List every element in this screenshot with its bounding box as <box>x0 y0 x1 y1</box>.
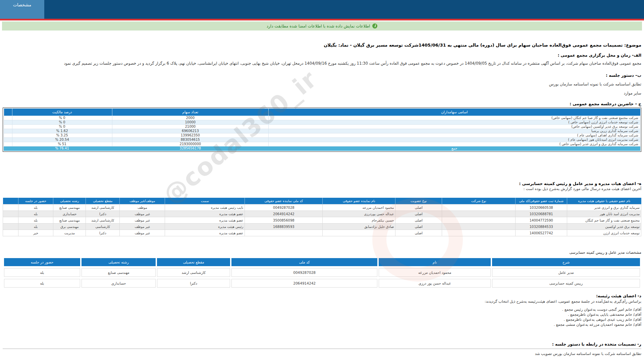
table-cell: کارشناسی ارشد <box>86 217 120 224</box>
table-cell: شرکت سرمایه گذاری اهداف (سهامی عام ) <box>269 133 640 137</box>
col-attendance: حضور در جلسه <box>18 198 53 204</box>
table-cell <box>4 137 12 142</box>
col-education-level: مقطع تحصیلی <box>86 198 120 204</box>
table-cell: مدیریت انرژی امید تابان هور <box>567 211 641 217</box>
table-cell <box>442 217 516 224</box>
table-cell: کارشناسی <box>86 224 120 230</box>
table-cell: محمود احمدیان مزرعه <box>323 204 395 211</box>
table-cell: حسابداری <box>53 211 86 217</box>
table-cell: توسعه خدمات انرژی ارژن <box>567 230 641 236</box>
table-cell: 0049287028 <box>245 204 323 211</box>
col-shareholder-names: اسامی سهامداران <box>269 109 640 116</box>
table-cell: مهندسی برق <box>53 224 86 230</box>
table-cell: 3285656178 <box>112 146 269 150</box>
table-cell: بله <box>18 211 53 217</box>
table-cell <box>4 146 12 150</box>
col-representative-id: کد ملی نماینده عضو حقوقی <box>245 198 323 204</box>
table-cell: مدیر عامل <box>492 268 640 277</box>
table-cell: 883054615 <box>112 137 269 142</box>
table-cell: موظف <box>120 204 165 211</box>
table-cell: اصلی <box>395 204 442 211</box>
col-share-count: تعداد سهام <box>112 109 269 116</box>
col-education-field: رشته تحصیلی <box>82 258 156 266</box>
table-cell: بله <box>18 204 53 211</box>
table-row: شرکت سرمایه گذاری برق و انرژی غدیر (سهام… <box>4 142 640 146</box>
table-cell: غیر موظف <box>120 224 165 230</box>
signature-match-banner: i اطلاعات نمایش داده شده با اطلاعات امضا… <box>2 21 642 31</box>
report-content: موضوع: تصمیمات مجمع عمومی فوق‌العاده صاح… <box>0 43 644 356</box>
table-cell: 10320660538 <box>516 204 567 211</box>
managers-table-header: شرح نام کد ملی مقطع تحصیلی رشته تحصیلی ح… <box>4 258 640 266</box>
managers-table: شرح نام کد ملی مقطع تحصیلی رشته تحصیلی ح… <box>3 256 641 290</box>
col-education-field: رشته تحصیلی <box>53 198 86 204</box>
section-r-title: ر- تصمیمات متخذه در رابطه با دستور جلسه … <box>3 342 641 347</box>
table-cell: سرمایه گذاری برق و انرژی غدیر <box>567 204 641 211</box>
table-cell <box>4 129 12 133</box>
table-cell: مهندسی صنایع <box>82 268 156 277</box>
table-cell <box>3 230 18 236</box>
table-cell: محمود احمدیان مزرعه <box>379 268 491 277</box>
table-cell: 2064914242 <box>245 211 323 217</box>
table-cell: غیر موظف <box>120 211 165 217</box>
table-cell: توسعه برق غدیر اوکسین <box>567 224 641 230</box>
table-row: مدیر عاملمحمود احمدیان مزرعه0049287028کا… <box>4 268 640 277</box>
agenda-item: تطابق اساسنامه شرکت با نمونه اساسنامه سا… <box>3 82 641 86</box>
managers-table-title: مشخصات مدیر عامل و رییس کمیته حسابرسی <box>3 250 641 255</box>
agenda-item: سایر موارد <box>3 91 641 96</box>
col-attendance: حضور در جلسه <box>4 258 80 266</box>
table-cell <box>442 204 516 211</box>
table-cell: حسابداری <box>82 279 156 288</box>
table-cell: مهندسی صنایع <box>53 217 86 224</box>
table-cell <box>323 230 395 236</box>
table-cell: 20.54 % <box>12 137 112 142</box>
table-cell <box>3 224 18 230</box>
table-cell: 10320884533 <box>516 224 567 230</box>
section-r-body: تطابق اساسنامه شرکت با نمونه اساسنامه سا… <box>3 352 641 356</box>
table-cell: جمع <box>269 146 640 150</box>
table-cell: صادق خلیل نژادسابق <box>323 224 395 230</box>
table-cell <box>3 217 18 224</box>
table-cell: 69606213 <box>112 129 269 133</box>
table-cell: 76.41 % <box>12 146 112 150</box>
table-cell: شرکت مدیریت انرژی امیدتابان هور (سهامی ع… <box>269 137 640 142</box>
table-cell: رئیس هیئت مدیره <box>165 224 245 230</box>
table-row: مدیریت انرژی امید تابان هور10320688781اص… <box>3 211 641 217</box>
col-description: شرح <box>492 258 640 266</box>
presidium-member: آقای/ خانم محمود احمدیان مزرعه به‌عنوان … <box>3 322 641 327</box>
table-row: شرکت توسعه خدمات انرژی ارژن (سهامی خاص )… <box>4 120 640 124</box>
table-cell <box>4 142 12 146</box>
table-cell: 2064914242 <box>231 279 377 288</box>
table-cell: 0 % <box>12 116 112 120</box>
col-empty <box>4 109 12 116</box>
table-row: توسعه خدمات انرژی ارژن14006527742اصلیعضو… <box>3 230 641 236</box>
table-cell: کارشناسی ارشد <box>157 268 230 277</box>
table-cell <box>4 124 12 129</box>
table-row: شرکت سرمایه گذاری اهداف (سهامی عام )1399… <box>4 133 640 137</box>
col-national-id: کد ملی <box>231 258 377 266</box>
table-cell <box>4 120 12 124</box>
table-cell: عضو هیئت مدیره <box>165 217 245 224</box>
table-cell: 14006527742 <box>516 230 567 236</box>
col-registration-id: شمارهٔ ثبت عضو حقوقی/کد ملی <box>516 198 567 204</box>
shareholders-table-header: اسامی سهامداران تعداد سهام درصد مالکیت <box>4 109 640 116</box>
table-cell: بله <box>18 224 53 230</box>
table-cell: نایب رئیس هیئت مدیره <box>165 204 245 211</box>
table-cell: 0 % <box>12 120 112 124</box>
tab-specifications[interactable]: مشخصات <box>0 0 44 19</box>
table-cell <box>442 230 516 236</box>
board-table-header: نام عضو حقیقی یا حقوقی هیئت مدیره شمارهٔ… <box>3 198 641 204</box>
info-icon: i <box>372 23 377 28</box>
shareholders-table-box: اسامی سهامداران تعداد سهام درصد مالکیت ش… <box>3 108 641 152</box>
table-cell: اصلی <box>395 230 442 236</box>
table-cell: اصلی <box>395 211 442 217</box>
col-ownership-percent: درصد مالکیت <box>12 109 112 116</box>
table-cell <box>3 204 18 211</box>
subject-line: موضوع: تصمیمات مجمع عمومی فوق‌العاده صاح… <box>3 43 641 48</box>
table-cell: 21000 <box>112 124 269 129</box>
table-cell: 1.62 % <box>12 129 112 133</box>
table-cell: عضو هیئت مدیره <box>165 230 245 236</box>
table-cell <box>442 224 516 230</box>
bottom-divider <box>3 349 641 349</box>
table-cell: مدیریت <box>53 230 86 236</box>
table-cell: 51 % <box>12 142 112 146</box>
